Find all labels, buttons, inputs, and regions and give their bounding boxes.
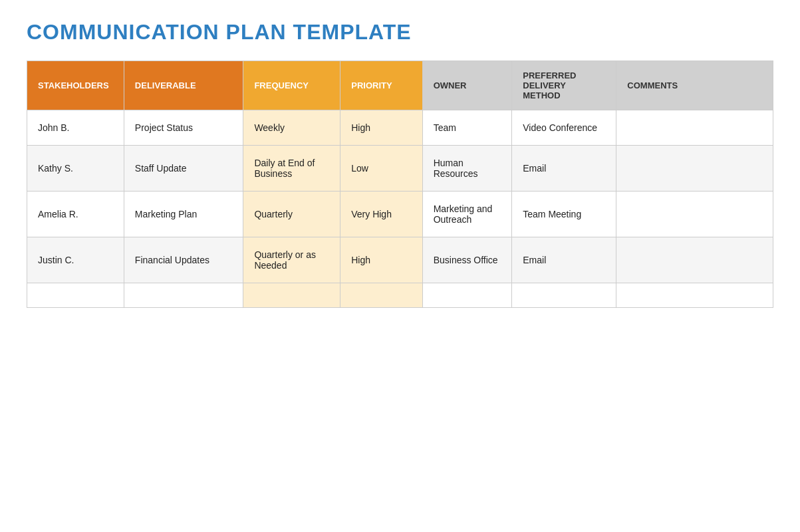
cell-preferred-delivery: Team Meeting	[512, 192, 616, 237]
header-frequency: FREQUENCY	[243, 61, 340, 110]
cell-priority	[340, 283, 422, 308]
cell-priority: Low	[340, 146, 422, 192]
header-comments: COMMENTS	[616, 61, 773, 110]
cell-owner: Business Office	[422, 237, 512, 283]
cell-stakeholder: Justin C.	[27, 237, 124, 283]
cell-stakeholder: John B.	[27, 110, 124, 146]
cell-stakeholder	[27, 283, 124, 308]
cell-stakeholder: Kathy S.	[27, 146, 124, 192]
header-preferred-delivery: PREFERRED DELIVERY METHOD	[512, 61, 616, 110]
table-row: Kathy S.Staff UpdateDaily at End of Busi…	[27, 146, 773, 192]
header-deliverable: DELIVERABLE	[124, 61, 243, 110]
header-stakeholders: STAKEHOLDERS	[27, 61, 124, 110]
communication-plan-table: STAKEHOLDERS DELIVERABLE FREQUENCY PRIOR…	[27, 61, 773, 308]
cell-owner	[422, 283, 512, 308]
page-title: COMMUNICATION PLAN TEMPLATE	[27, 20, 773, 45]
table-row: Justin C.Financial UpdatesQuarterly or a…	[27, 237, 773, 283]
cell-deliverable: Marketing Plan	[124, 192, 243, 237]
cell-frequency: Quarterly	[243, 192, 340, 237]
cell-comments	[616, 283, 773, 308]
cell-preferred-delivery	[512, 283, 616, 308]
cell-frequency	[243, 283, 340, 308]
table-row	[27, 283, 773, 308]
header-priority: PRIORITY	[340, 61, 422, 110]
cell-priority: High	[340, 110, 422, 146]
cell-deliverable: Staff Update	[124, 146, 243, 192]
cell-owner: Marketing and Outreach	[422, 192, 512, 237]
table-row: Amelia R.Marketing PlanQuarterlyVery Hig…	[27, 192, 773, 237]
cell-preferred-delivery: Video Conference	[512, 110, 616, 146]
cell-deliverable	[124, 283, 243, 308]
cell-frequency: Daily at End of Business	[243, 146, 340, 192]
cell-deliverable: Project Status	[124, 110, 243, 146]
cell-preferred-delivery: Email	[512, 237, 616, 283]
cell-owner: Team	[422, 110, 512, 146]
cell-frequency: Quarterly or as Needed	[243, 237, 340, 283]
cell-comments	[616, 110, 773, 146]
cell-comments	[616, 146, 773, 192]
cell-priority: High	[340, 237, 422, 283]
cell-preferred-delivery: Email	[512, 146, 616, 192]
cell-stakeholder: Amelia R.	[27, 192, 124, 237]
cell-priority: Very High	[340, 192, 422, 237]
cell-frequency: Weekly	[243, 110, 340, 146]
table-row: John B.Project StatusWeeklyHighTeamVideo…	[27, 110, 773, 146]
cell-comments	[616, 237, 773, 283]
cell-comments	[616, 192, 773, 237]
cell-owner: Human Resources	[422, 146, 512, 192]
header-owner: OWNER	[422, 61, 512, 110]
cell-deliverable: Financial Updates	[124, 237, 243, 283]
